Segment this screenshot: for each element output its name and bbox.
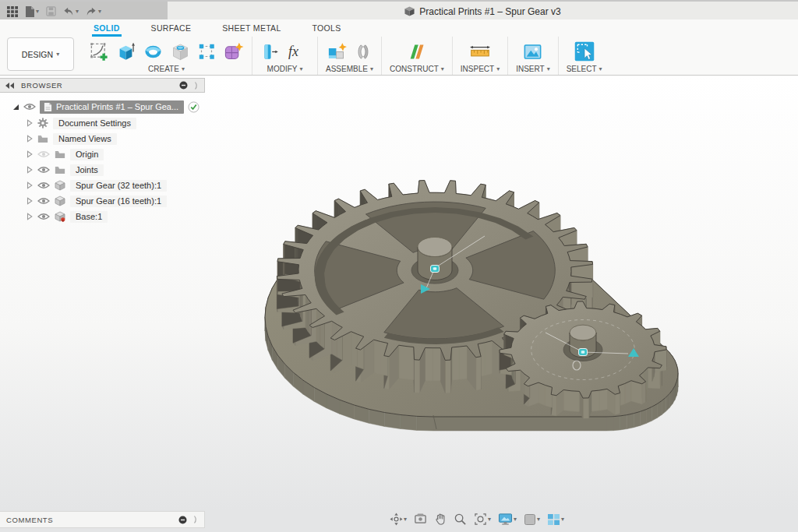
- tab-sheet-metal[interactable]: SHEET METAL: [221, 23, 282, 37]
- pattern-icon[interactable]: [196, 41, 217, 62]
- chevron-down-icon[interactable]: ▾: [182, 66, 185, 72]
- ribbon-group-label[interactable]: ASSEMBLE: [326, 65, 368, 73]
- folder-icon: [37, 135, 48, 143]
- file-button[interactable]: ▾: [25, 6, 39, 17]
- ribbon-group-label[interactable]: MODIFY: [267, 65, 298, 73]
- ribbon-group-label[interactable]: CONSTRUCT: [390, 65, 439, 73]
- pan-tool[interactable]: [433, 512, 448, 527]
- folder-icon: [55, 166, 65, 174]
- chevron-down-icon[interactable]: ▾: [299, 66, 302, 72]
- fit-icon: [474, 513, 487, 526]
- disclosure-collapsed-icon[interactable]: [26, 119, 33, 127]
- ribbon-group-label[interactable]: SELECT: [567, 65, 597, 73]
- chevron-down-icon[interactable]: ▾: [488, 516, 491, 523]
- browser-root-row[interactable]: Practical Prints #1 – Spur Gea...: [0, 98, 205, 115]
- tree-row-base-1[interactable]: Base:1: [0, 209, 205, 224]
- root-document-label: Practical Prints #1 – Spur Gea...: [56, 102, 178, 111]
- panel-chevron-icon[interactable]: [194, 82, 199, 90]
- disclosure-collapsed-icon[interactable]: [26, 213, 33, 220]
- component-icon: [55, 180, 65, 191]
- chevron-down-icon[interactable]: ▾: [36, 9, 39, 15]
- chevron-down-icon[interactable]: ▾: [599, 66, 602, 72]
- look-at-tool[interactable]: [412, 512, 429, 527]
- chevron-down-icon[interactable]: ▾: [514, 516, 517, 523]
- ribbon-groups: CREATE▾fxMODIFY▾ASSEMBLE▾CONSTRUCT▾INSPE…: [81, 37, 610, 75]
- grid-snaps-tool[interactable]: ▾: [522, 513, 542, 527]
- comments-bar[interactable]: COMMENTS: [0, 511, 205, 528]
- visibility-eye-icon[interactable]: [37, 213, 50, 220]
- browser-panel-header[interactable]: BROWSER: [0, 78, 205, 93]
- redo-button[interactable]: ▾: [86, 7, 101, 16]
- tree-item-label: Base:1: [70, 211, 108, 223]
- component-icon: [55, 196, 65, 206]
- disclosure-expanded-icon[interactable]: [12, 104, 19, 111]
- workspace-switcher-button[interactable]: DESIGN ▾: [7, 37, 74, 71]
- visibility-eye-icon[interactable]: [37, 181, 50, 189]
- new-component-icon[interactable]: [326, 41, 348, 62]
- tree-row-origin[interactable]: Origin: [0, 146, 205, 162]
- save-button[interactable]: [46, 6, 56, 16]
- comments-chevron-icon[interactable]: [193, 516, 198, 523]
- measure-icon[interactable]: [469, 41, 491, 62]
- joint-icon[interactable]: [353, 41, 373, 62]
- visibility-eye-icon[interactable]: [23, 103, 36, 111]
- chevron-down-icon[interactable]: ▾: [98, 9, 101, 15]
- chevron-down-icon[interactable]: ▾: [404, 516, 407, 523]
- tree-row-named-views[interactable]: Named Views: [0, 131, 205, 146]
- disclosure-collapsed-icon[interactable]: [26, 166, 33, 174]
- create-sketch-icon[interactable]: [89, 41, 110, 62]
- create-form-icon[interactable]: [222, 41, 244, 62]
- tree-row-spur-gear-16-teeth-1[interactable]: Spur Gear (16 teeth):1: [0, 193, 205, 209]
- orbit-tool[interactable]: ▾: [388, 512, 408, 527]
- disclosure-collapsed-icon[interactable]: [26, 181, 33, 189]
- ribbon-toolbar: DESIGN ▾ CREATE▾fxMODIFY▾ASSEMBLE▾CONSTR…: [0, 37, 798, 76]
- component-grounded-icon: [55, 211, 65, 222]
- tree-item-label: Document Settings: [53, 118, 136, 129]
- chevron-down-icon[interactable]: ▾: [441, 66, 444, 72]
- visibility-eye-icon[interactable]: [37, 197, 50, 205]
- chevron-down-icon[interactable]: ▾: [561, 516, 564, 523]
- chevron-down-icon[interactable]: ▾: [547, 66, 550, 72]
- visibility-eye-icon[interactable]: [37, 150, 50, 158]
- comments-options-icon[interactable]: [178, 516, 187, 524]
- ribbon-group-label[interactable]: CREATE: [148, 65, 179, 73]
- select-cursor-icon[interactable]: [574, 41, 595, 62]
- chevron-down-icon[interactable]: ▾: [370, 66, 373, 72]
- tab-surface[interactable]: SURFACE: [150, 23, 193, 37]
- chevron-down-icon[interactable]: ▾: [496, 66, 500, 72]
- quick-access-toolbar: ▾▾▾: [0, 2, 168, 21]
- gear-icon: [37, 118, 48, 129]
- title-bar: ▾▾▾ Practical Prints #1 – Spur Gear v3: [0, 0, 798, 19]
- undo-button[interactable]: ▾: [63, 7, 79, 16]
- tree-row-spur-gear-32-teeth-1[interactable]: Spur Gear (32 teeth):1: [0, 178, 205, 193]
- disclosure-collapsed-icon[interactable]: [26, 197, 33, 205]
- ribbon-group-label[interactable]: INSPECT: [461, 65, 494, 73]
- ribbon-group-label[interactable]: INSERT: [516, 65, 545, 73]
- press-pull-icon[interactable]: [260, 41, 281, 62]
- viewports-tool[interactable]: ▾: [546, 513, 566, 527]
- hole-icon[interactable]: [170, 41, 191, 62]
- workspace-switcher-label: DESIGN: [22, 50, 53, 59]
- visibility-eye-icon[interactable]: [37, 166, 50, 174]
- app-grid-button[interactable]: [7, 6, 18, 17]
- parameters-fx-icon[interactable]: fx: [286, 41, 309, 62]
- tree-item-label: Named Views: [53, 133, 117, 145]
- extrude-icon[interactable]: [115, 41, 136, 62]
- tree-row-document-settings[interactable]: Document Settings: [0, 115, 205, 131]
- tab-tools[interactable]: TOOLS: [311, 23, 343, 37]
- construction-plane-icon[interactable]: [406, 41, 427, 62]
- revolve-icon[interactable]: [142, 41, 164, 62]
- root-document-pill[interactable]: Practical Prints #1 – Spur Gea...: [40, 100, 184, 114]
- display-settings-tool[interactable]: ▾: [496, 512, 518, 527]
- fit-tool[interactable]: ▾: [472, 512, 493, 527]
- collapse-panel-icon[interactable]: [5, 83, 15, 89]
- panel-options-icon[interactable]: [179, 81, 188, 90]
- disclosure-collapsed-icon[interactable]: [26, 150, 33, 158]
- tab-solid[interactable]: SOLID: [92, 23, 122, 37]
- zoom-tool[interactable]: [452, 512, 468, 527]
- chevron-down-icon[interactable]: ▾: [537, 516, 540, 523]
- insert-image-icon[interactable]: [522, 41, 543, 62]
- disclosure-collapsed-icon[interactable]: [26, 135, 33, 143]
- tree-row-joints[interactable]: Joints: [0, 162, 205, 178]
- chevron-down-icon[interactable]: ▾: [76, 9, 79, 15]
